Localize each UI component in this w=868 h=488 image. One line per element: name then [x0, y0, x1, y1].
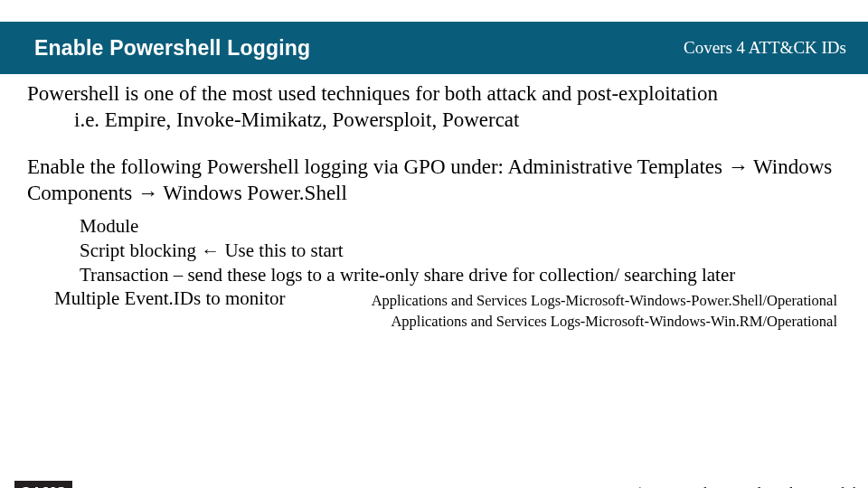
course-label: SEC 555 | SIEM with Tactical Analytics	[581, 484, 822, 488]
footer-right: SEC 555 | SIEM with Tactical Analytics 1…	[581, 483, 857, 488]
title-bar: Enable Powershell Logging Covers 4 ATT&C…	[0, 22, 868, 74]
footer: SANS SEC 555 | SIEM with Tactical Analyt…	[0, 477, 868, 488]
intro-paragraph: Powershell is one of the most used techn…	[27, 80, 841, 107]
gpo-paragraph: Enable the following Powershell logging …	[27, 154, 841, 207]
bullet-module: Module	[27, 214, 841, 239]
page-number: 14	[838, 483, 857, 488]
sans-logo: SANS	[14, 481, 72, 489]
bullet-scriptblock: Script blocking ← Use this to start	[27, 239, 841, 263]
slide: Enable Powershell Logging Covers 4 ATT&C…	[0, 22, 868, 488]
intro-examples: i.e. Empire, Invoke-Mimikatz, Powersploi…	[27, 107, 841, 133]
slide-body: Powershell is one of the most used techn…	[0, 74, 868, 332]
coverage-badge: Covers 4 ATT&CK IDs	[684, 38, 846, 58]
log-path-winrm: Applications and Services Logs-Microsoft…	[27, 312, 837, 332]
bullet-transaction: Transaction – send these logs to a write…	[27, 263, 841, 287]
slide-title: Enable Powershell Logging	[34, 36, 310, 61]
